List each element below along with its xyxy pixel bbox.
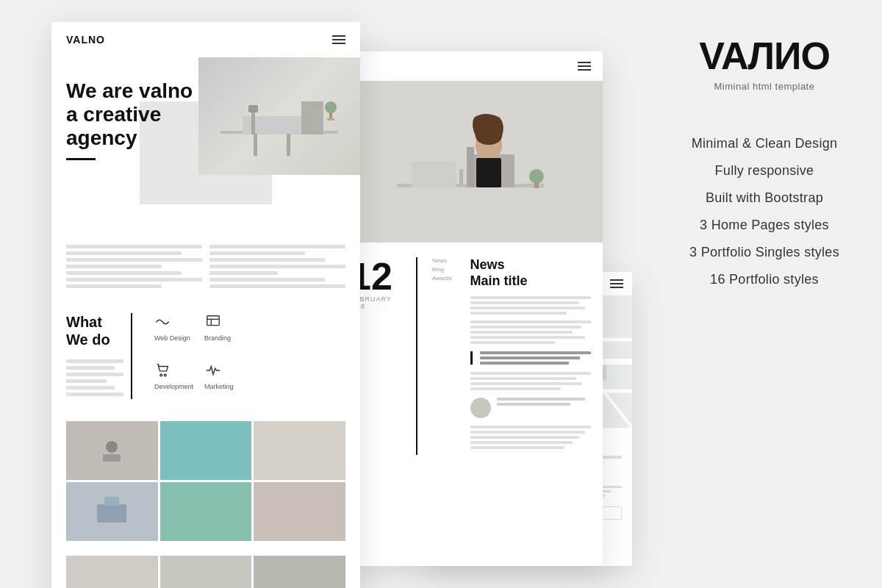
- feature-item: 3 Portfolio Singles styles: [689, 245, 839, 260]
- svg-point-15: [106, 441, 118, 453]
- svg-rect-16: [103, 454, 121, 462]
- svg-rect-4: [287, 134, 290, 156]
- svg-point-28: [529, 169, 544, 184]
- svg-rect-18: [104, 497, 119, 506]
- text-block-right: [209, 245, 345, 291]
- portfolio-item: [66, 421, 158, 480]
- screen1-header: VALNO: [51, 22, 360, 57]
- screen-2-mockup: 12 FEBRUARY 2018 News Blog Awards NewsMa…: [338, 51, 603, 566]
- portfolio-img-1: [97, 436, 126, 465]
- article-body-4: [470, 426, 591, 449]
- feature-item: 16 Portfolio styles: [689, 272, 839, 287]
- wave-icon: [154, 313, 172, 331]
- branding-label: Branding: [204, 334, 231, 342]
- author-avatar: [470, 398, 491, 418]
- screen2-hamburger: [578, 62, 591, 71]
- person-at-desk-illustration: [338, 81, 603, 243]
- portfolio-item: [254, 556, 345, 588]
- hero-image-inner: [198, 57, 360, 175]
- quote-content: [480, 351, 591, 365]
- svg-rect-25: [476, 158, 501, 187]
- feature-item: Minimal & Clean Design: [689, 136, 839, 151]
- hero-headline: We are valno a creative agency: [66, 79, 198, 151]
- svg-rect-9: [327, 118, 334, 121]
- svg-rect-22: [467, 147, 474, 187]
- news-meta: News Blog Awards: [432, 257, 452, 455]
- article-quote: [470, 351, 591, 365]
- brand-name: VAЛИO: [699, 37, 830, 75]
- text-block-left: [66, 245, 202, 291]
- hamburger-icon: [332, 35, 345, 44]
- brand-logo-area: VAЛИO: [699, 37, 830, 75]
- webdesign-label: Web Design: [154, 334, 190, 342]
- svg-rect-29: [534, 182, 539, 188]
- svg-point-7: [325, 101, 337, 113]
- layout-icon: [204, 313, 222, 331]
- screen2-header: [338, 51, 603, 81]
- portfolio-item: [254, 482, 345, 541]
- svg-rect-2: [301, 101, 323, 135]
- screenshots-area: VALNO: [0, 0, 647, 588]
- news-divider: [416, 257, 417, 455]
- portfolio-item: [160, 482, 252, 541]
- svg-rect-26: [412, 162, 456, 187]
- svg-rect-27: [459, 169, 463, 185]
- svg-rect-6: [248, 105, 258, 112]
- services-title: WhatWe do: [66, 313, 123, 348]
- portfolio-item: [160, 556, 252, 588]
- portfolio-item: [160, 421, 252, 480]
- text-columns: [51, 237, 360, 302]
- hero-illustration: [198, 57, 360, 175]
- svg-rect-17: [97, 504, 126, 523]
- news-section: 12 FEBRUARY 2018 News Blog Awards NewsMa…: [338, 243, 603, 470]
- hero-section: We are valno a creative agency: [51, 57, 360, 230]
- features-list: Minimal & Clean Design Fully responsive …: [689, 136, 839, 299]
- news-tag-1: News: [432, 257, 452, 264]
- author-block: [470, 398, 591, 418]
- portfolio-grid: [51, 414, 360, 548]
- screen-1-mockup: VALNO: [51, 22, 360, 588]
- right-panel: VAЛИO Miminal html template Minimal & Cl…: [647, 0, 882, 588]
- services-left: WhatWe do: [66, 313, 132, 399]
- news-tag-2: Blog: [432, 266, 452, 273]
- brand-tagline: Miminal html template: [714, 81, 815, 92]
- services-desc: [66, 359, 123, 396]
- portfolio-item: [66, 556, 158, 588]
- pulse-icon: [204, 362, 222, 379]
- screen3-hamburger: [610, 279, 623, 288]
- svg-rect-5: [251, 109, 255, 135]
- feature-item: Built with Bootstrap: [689, 190, 839, 206]
- svg-point-13: [160, 374, 162, 376]
- hero-underline: [66, 158, 96, 160]
- portfolio-item: [66, 482, 158, 541]
- svg-point-14: [164, 374, 166, 376]
- cart-icon: [154, 362, 172, 379]
- screen2-hero-image: [338, 81, 603, 243]
- author-text: [497, 398, 585, 408]
- service-development: Development: [154, 362, 193, 399]
- development-label: Development: [154, 383, 193, 390]
- services-grid: Web Design Branding: [154, 313, 243, 399]
- hero-image: [198, 57, 360, 175]
- feature-item: Fully responsive: [689, 163, 839, 179]
- service-marketing: Marketing: [204, 362, 243, 399]
- screen1-logo: VALNO: [66, 34, 105, 46]
- article-body-2: [470, 320, 591, 344]
- portfolio-item: [254, 421, 345, 480]
- marketing-label: Marketing: [204, 383, 234, 390]
- portfolio-img-4: [93, 493, 130, 530]
- services-section: WhatWe do: [51, 302, 360, 410]
- service-webdesign: Web Design: [154, 313, 193, 351]
- feature-item: 3 Home Pages styles: [689, 218, 839, 233]
- article-body-3: [470, 372, 591, 390]
- service-branding: Branding: [204, 313, 243, 351]
- portfolio-grid-2: [51, 548, 360, 588]
- svg-rect-3: [254, 134, 257, 156]
- news-content: NewsMain title: [470, 257, 591, 455]
- news-article-title: NewsMain title: [470, 257, 591, 289]
- news-tag-3: Awards: [432, 275, 452, 282]
- svg-rect-10: [207, 315, 220, 325]
- article-body-1: [470, 296, 591, 315]
